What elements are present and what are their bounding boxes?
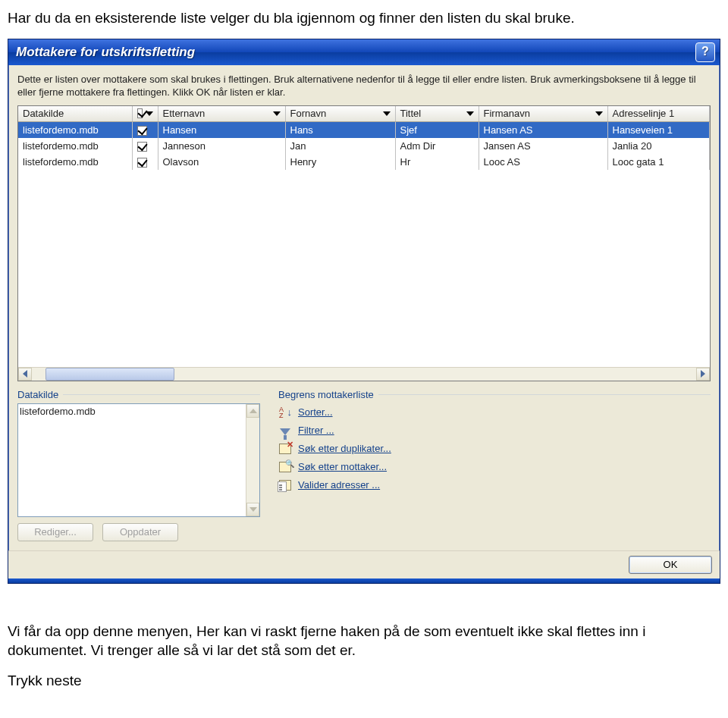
arrow-right-icon — [701, 370, 705, 378]
cell-tittel: Sjef — [395, 122, 479, 138]
chevron-down-icon — [466, 111, 474, 116]
cell-firmanavn: Looc AS — [479, 154, 607, 170]
recipients-grid[interactable]: Datakilde Etternavn Fornavn Tittel Firma… — [17, 105, 711, 381]
col-etternavn[interactable]: Etternavn — [158, 106, 285, 122]
col-adresse[interactable]: Adresselinje 1 — [607, 106, 710, 122]
cell-adresse: Janlia 20 — [607, 138, 710, 154]
col-check[interactable] — [132, 106, 158, 122]
help-button[interactable]: ? — [695, 42, 715, 62]
cell-adresse: Looc gata 1 — [607, 154, 710, 170]
refine-find[interactable]: Søk etter mottaker... — [278, 458, 711, 476]
cell-adresse: Hanseveien 1 — [607, 122, 710, 138]
check-all[interactable] — [137, 108, 143, 118]
cell-etternavn: Janneson — [158, 138, 285, 154]
refine-link[interactable]: Valider adresser ... — [298, 479, 380, 491]
recipients-dialog: Mottakere for utskriftsfletting ? Dette … — [8, 39, 720, 584]
table-row[interactable]: listefordemo.mdbHansenHansSjefHansen ASH… — [18, 122, 710, 138]
outro-text-2: Trykk neste — [8, 671, 720, 691]
dialog-title: Mottakere for utskriftsfletting — [16, 45, 195, 60]
dialog-bottom-border — [8, 578, 720, 583]
outro-text-1: Vi får da opp denne menyen, Her kan vi r… — [8, 622, 720, 660]
row-checkbox[interactable] — [137, 142, 147, 152]
chevron-down-icon — [273, 111, 281, 116]
filter-icon — [278, 424, 292, 437]
cell-datakilde: listefordemo.mdb — [18, 154, 132, 170]
datakilde-group-label: Datakilde — [17, 389, 260, 400]
cell-tittel: Adm Dir — [395, 138, 479, 154]
refine-link[interactable]: Sorter... — [298, 406, 333, 418]
refine-link[interactable]: Søk etter mottaker... — [298, 461, 387, 472]
arrow-down-icon — [249, 507, 257, 512]
cell-datakilde: listefordemo.mdb — [18, 122, 132, 138]
dialog-description: Dette er listen over mottakere som skal … — [17, 73, 711, 99]
validate-icon — [278, 478, 292, 492]
arrow-up-icon — [249, 409, 257, 413]
scroll-down-button[interactable] — [246, 503, 259, 516]
intro-text: Har du da en eksisterende liste velger d… — [8, 8, 720, 28]
refine-link[interactable]: Søk etter duplikater... — [298, 443, 391, 454]
cell-datakilde: listefordemo.mdb — [18, 138, 132, 154]
datakilde-item[interactable]: listefordemo.mdb — [20, 406, 258, 417]
ok-button[interactable]: OK — [629, 556, 712, 574]
col-datakilde[interactable]: Datakilde — [18, 106, 132, 122]
edit-button[interactable]: Rediger... — [17, 523, 93, 541]
refine-validate[interactable]: Valider adresser ... — [278, 476, 711, 494]
datakilde-listbox[interactable]: listefordemo.mdb — [17, 403, 260, 517]
cell-check[interactable] — [132, 138, 158, 154]
horizontal-scrollbar[interactable] — [18, 367, 710, 381]
scroll-left-button[interactable] — [18, 368, 32, 381]
refine-sort[interactable]: Z Sorter... — [278, 403, 711, 422]
find-recipient-icon — [278, 460, 292, 474]
row-checkbox[interactable] — [137, 158, 147, 168]
col-firmanavn[interactable]: Firmanavn — [479, 106, 607, 122]
refresh-button[interactable]: Oppdater — [102, 523, 178, 541]
row-checkbox[interactable] — [137, 126, 147, 136]
chevron-down-icon — [595, 111, 603, 116]
titlebar[interactable]: Mottakere for utskriftsfletting ? — [8, 39, 720, 65]
refine-filter[interactable]: Filtrer ... — [278, 422, 711, 440]
grid-empty-area — [18, 170, 710, 367]
cell-tittel: Hr — [395, 154, 479, 170]
cell-check[interactable] — [132, 154, 158, 170]
cell-firmanavn: Jansen AS — [479, 138, 607, 154]
refine-duplicates[interactable]: Søk etter duplikater... — [278, 440, 711, 458]
cell-etternavn: Olavson — [158, 154, 285, 170]
cell-check[interactable] — [132, 122, 158, 138]
cell-fornavn: Jan — [285, 138, 395, 154]
scroll-right-button[interactable] — [696, 368, 710, 381]
chevron-down-icon — [383, 111, 391, 116]
duplicates-icon — [278, 442, 292, 456]
cell-firmanavn: Hansen AS — [479, 122, 607, 138]
refine-group-label: Begrens mottakerliste — [278, 389, 711, 400]
refine-link[interactable]: Filtrer ... — [298, 425, 334, 436]
vertical-scrollbar[interactable] — [246, 404, 259, 516]
cell-etternavn: Hansen — [158, 122, 285, 138]
col-tittel[interactable]: Tittel — [395, 106, 479, 122]
cell-fornavn: Henry — [285, 154, 395, 170]
scroll-thumb[interactable] — [46, 368, 174, 381]
header-row: Datakilde Etternavn Fornavn Tittel Firma… — [18, 106, 710, 122]
scroll-up-button[interactable] — [246, 404, 259, 418]
table-row[interactable]: listefordemo.mdbOlavsonHenryHrLooc ASLoo… — [18, 154, 710, 170]
table-row[interactable]: listefordemo.mdbJannesonJanAdm DirJansen… — [18, 138, 710, 154]
sort-icon: Z — [278, 406, 292, 419]
arrow-left-icon — [23, 370, 27, 378]
cell-fornavn: Hans — [285, 122, 395, 138]
col-fornavn[interactable]: Fornavn — [285, 106, 395, 122]
